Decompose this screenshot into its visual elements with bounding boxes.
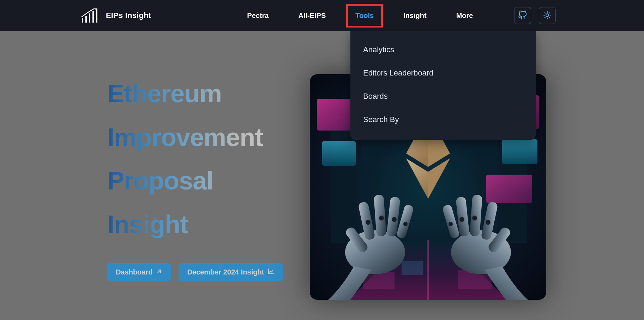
svg-line-9 [549, 17, 550, 17]
nav-item-more[interactable]: More [452, 2, 477, 30]
dropdown-item-boards[interactable]: Boards [350, 85, 536, 108]
hero-word: Improvement [107, 124, 283, 151]
dropdown-item-editors-leaderboard[interactable]: Editors Leaderboard [350, 61, 536, 85]
dropdown-item-analytics[interactable]: Analytics [350, 38, 536, 61]
svg-line-14 [158, 270, 161, 273]
svg-point-50 [486, 220, 490, 225]
nav-item-pectra[interactable]: Pectra [243, 2, 273, 30]
trend-chart-icon [267, 268, 275, 276]
arrow-up-right-icon [156, 268, 162, 276]
brand-title: EIPs Insight [106, 11, 151, 20]
svg-point-43 [403, 222, 408, 226]
dropdown-item-search-by[interactable]: Search By [350, 108, 536, 131]
tools-dropdown: Analytics Editors Leaderboard Boards Sea… [350, 31, 536, 140]
theme-toggle-button[interactable] [539, 7, 556, 24]
nav-actions [514, 7, 556, 24]
dashboard-button[interactable]: Dashboard [107, 263, 171, 281]
nav-item-tools[interactable]: Tools [351, 2, 378, 30]
svg-point-5 [546, 14, 549, 17]
nav-item-all-eips[interactable]: All-EIPS [294, 2, 330, 30]
github-button[interactable] [514, 7, 531, 24]
svg-point-52 [459, 217, 464, 222]
github-icon [518, 11, 527, 21]
svg-rect-23 [502, 139, 537, 164]
svg-line-8 [545, 12, 545, 13]
monthly-insight-button[interactable]: December 2024 Insight [179, 263, 283, 281]
svg-rect-29 [402, 261, 423, 275]
nav-item-insight[interactable]: Insight [399, 2, 431, 30]
svg-point-41 [379, 216, 384, 221]
bars-chart-icon [81, 8, 98, 23]
hero-title: Ethereum Improvement Proposal Insight Da… [107, 80, 283, 281]
brand[interactable]: EIPs Insight [81, 8, 151, 23]
nav-menu: Pectra All-EIPS Tools Insight More [243, 2, 477, 30]
sun-icon [543, 11, 552, 20]
svg-point-40 [366, 220, 371, 225]
svg-line-13 [549, 12, 550, 13]
svg-rect-24 [486, 175, 532, 203]
svg-rect-21 [322, 141, 356, 166]
svg-line-12 [545, 17, 545, 17]
navbar: EIPs Insight Pectra All-EIPS Tools Insig… [0, 0, 644, 31]
hero-buttons: Dashboard December 2024 Insight [107, 263, 283, 281]
svg-point-42 [392, 217, 397, 222]
hero-word: Insight [107, 211, 283, 238]
svg-point-53 [449, 222, 453, 226]
svg-point-51 [472, 216, 477, 221]
hero-word: Proposal [107, 168, 283, 194]
hero-word: Ethereum [107, 80, 283, 107]
